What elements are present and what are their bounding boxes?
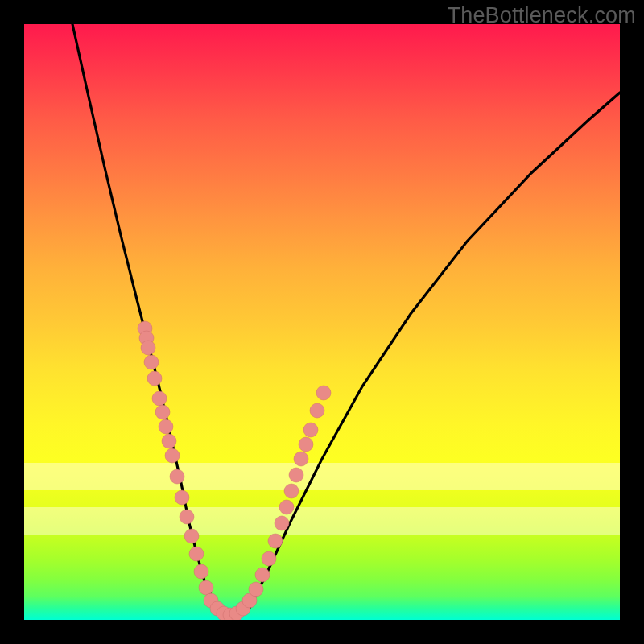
data-point <box>144 355 159 369</box>
curve-svg <box>24 24 620 620</box>
plot-area <box>24 24 620 620</box>
data-point <box>141 341 155 355</box>
data-point <box>289 468 303 482</box>
data-points <box>138 321 331 620</box>
data-point <box>155 405 170 419</box>
data-point <box>255 568 270 582</box>
data-point <box>303 423 318 437</box>
data-point <box>262 551 276 566</box>
bottleneck-curve <box>72 24 620 616</box>
data-point <box>268 534 283 548</box>
data-point <box>194 564 208 579</box>
data-point <box>189 547 204 561</box>
data-point <box>170 469 184 484</box>
chart-frame: TheBottleneck.com <box>0 0 644 644</box>
data-point <box>162 434 176 448</box>
data-point <box>249 582 263 597</box>
data-point <box>199 580 213 595</box>
data-point <box>316 386 331 400</box>
data-point <box>184 529 199 543</box>
data-point <box>180 510 194 524</box>
data-point <box>147 371 162 386</box>
data-point <box>294 452 308 466</box>
data-point <box>159 419 173 434</box>
data-point <box>165 448 180 463</box>
data-point <box>310 403 324 418</box>
data-point <box>175 490 189 505</box>
data-point <box>284 484 299 498</box>
data-point <box>279 500 294 514</box>
data-point <box>152 391 167 406</box>
data-point <box>299 437 313 452</box>
data-point <box>275 516 289 530</box>
